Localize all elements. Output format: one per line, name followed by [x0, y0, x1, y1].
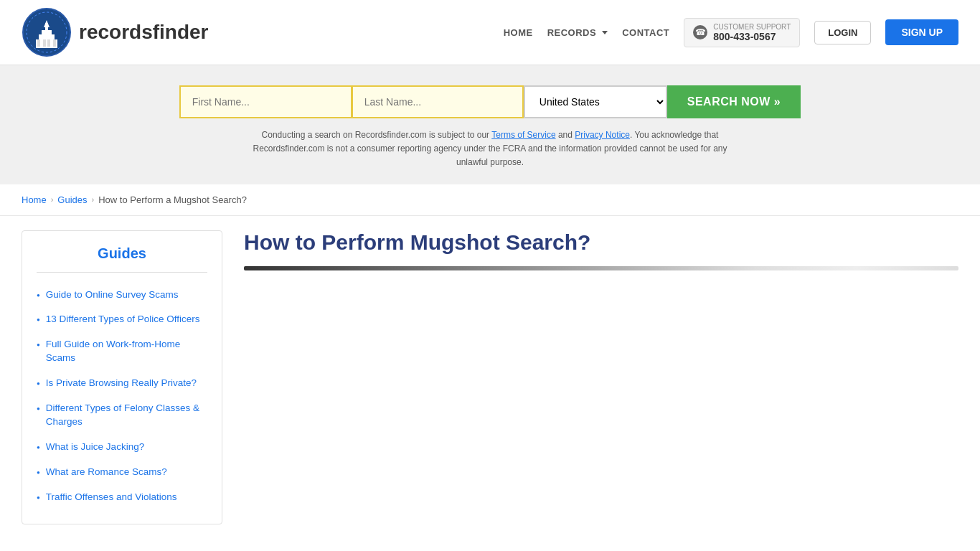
search-disclaimer: Conducting a search on Recordsfinder.com…: [239, 128, 741, 170]
breadcrumb-current: How to Perform a Mugshot Search?: [98, 194, 247, 205]
sidebar-title: Guides: [37, 245, 207, 273]
nav-contact[interactable]: CONTACT: [622, 27, 669, 38]
article-area: How to Perform Mugshot Search?: [244, 230, 958, 270]
svg-rect-3: [39, 34, 55, 40]
logo-text: recordsfinder: [79, 21, 209, 44]
list-item: Traffic Offenses and Violations: [37, 485, 207, 510]
support-text: CUSTOMER SUPPORT 800-433-0567: [713, 23, 791, 42]
support-label: CUSTOMER SUPPORT: [713, 23, 791, 31]
breadcrumb-guides[interactable]: Guides: [57, 194, 87, 205]
nav-home[interactable]: HOME: [504, 27, 533, 38]
list-item: Guide to Online Survey Scams: [37, 283, 207, 308]
list-item: Different Types of Felony Classes & Char…: [37, 396, 207, 435]
svg-rect-9: [47, 39, 50, 47]
search-row: United States SEARCH NOW »: [14, 85, 966, 118]
sidebar-link-3[interactable]: Full Guide on Work-from-Home Scams: [46, 338, 207, 365]
svg-rect-4: [42, 30, 52, 35]
search-section: United States SEARCH NOW » Conducting a …: [0, 65, 980, 184]
signup-button[interactable]: SIGN UP: [885, 19, 958, 45]
privacy-link[interactable]: Privacy Notice: [575, 130, 630, 140]
first-name-input[interactable]: [179, 85, 352, 118]
breadcrumb-home[interactable]: Home: [22, 194, 47, 205]
sidebar-link-7[interactable]: What are Romance Scams?: [46, 466, 167, 479]
country-select[interactable]: United States: [524, 85, 667, 118]
sidebar-link-8[interactable]: Traffic Offenses and Violations: [46, 491, 177, 504]
main-nav: HOME RECORDS CONTACT ☎ CUSTOMER SUPPORT …: [504, 18, 958, 47]
sidebar-link-4[interactable]: Is Private Browsing Really Private?: [46, 377, 197, 390]
logo-icon: [22, 7, 72, 57]
svg-rect-10: [53, 39, 56, 47]
terms-link[interactable]: Terms of Service: [491, 130, 555, 140]
main-content: Guides Guide to Online Survey Scams 13 D…: [0, 216, 980, 540]
article-title: How to Perform Mugshot Search?: [244, 230, 958, 255]
breadcrumb-sep-1: ›: [51, 195, 54, 204]
login-button[interactable]: LOGIN: [814, 21, 871, 44]
list-item: Full Guide on Work-from-Home Scams: [37, 332, 207, 371]
search-button[interactable]: SEARCH NOW »: [667, 85, 801, 118]
headset-icon: ☎: [693, 25, 707, 39]
article-hero-image: [244, 266, 958, 270]
logo-text-light: records: [79, 21, 153, 43]
sidebar-link-list: Guide to Online Survey Scams 13 Differen…: [37, 283, 207, 510]
list-item: 13 Different Types of Police Officers: [37, 307, 207, 332]
sidebar-link-5[interactable]: Different Types of Felony Classes & Char…: [46, 402, 207, 429]
list-item: What is Juice Jacking?: [37, 435, 207, 460]
nav-records-label: RECORDS: [547, 27, 597, 38]
sidebar-link-6[interactable]: What is Juice Jacking?: [46, 441, 144, 454]
logo-area: recordsfinder: [22, 7, 209, 57]
sidebar-link-2[interactable]: 13 Different Types of Police Officers: [46, 313, 200, 326]
breadcrumb-sep-2: ›: [92, 195, 95, 204]
breadcrumb: Home › Guides › How to Perform a Mugshot…: [0, 184, 980, 216]
list-item: Is Private Browsing Really Private?: [37, 371, 207, 396]
svg-rect-7: [37, 39, 40, 47]
svg-rect-8: [43, 39, 46, 47]
logo-text-bold: finder: [153, 21, 209, 43]
list-item: What are Romance Scams?: [37, 460, 207, 485]
nav-records[interactable]: RECORDS: [547, 27, 608, 38]
support-phone: 800-433-0567: [713, 31, 791, 42]
last-name-input[interactable]: [352, 85, 524, 118]
records-chevron-icon: [602, 31, 608, 34]
site-header: recordsfinder HOME RECORDS CONTACT ☎ CUS…: [0, 0, 980, 65]
customer-support-box: ☎ CUSTOMER SUPPORT 800-433-0567: [684, 18, 800, 47]
sidebar-link-1[interactable]: Guide to Online Survey Scams: [46, 288, 179, 302]
guides-sidebar: Guides Guide to Online Survey Scams 13 D…: [22, 230, 222, 525]
